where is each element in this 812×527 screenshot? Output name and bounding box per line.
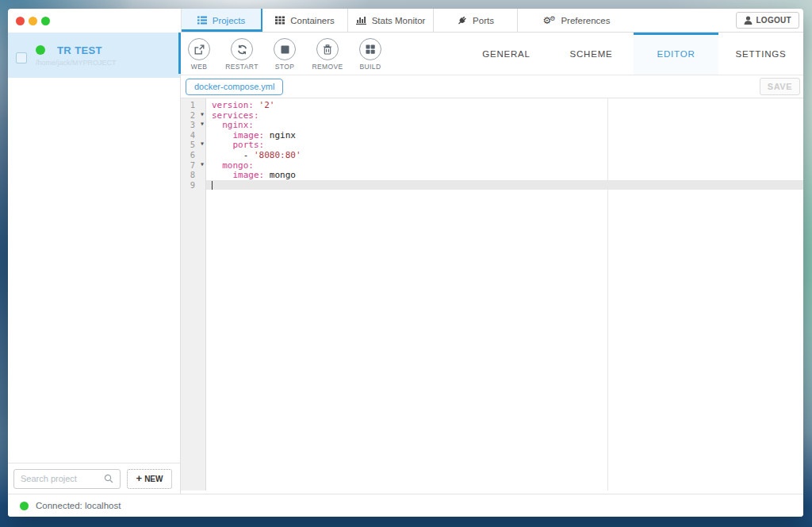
tool-label: BUILD (359, 63, 381, 71)
code-line-3[interactable]: nginx: (206, 120, 803, 130)
stop-button[interactable]: STOP (263, 33, 306, 75)
nav-tab-containers[interactable]: Containers (262, 9, 348, 32)
nav-tab-projects[interactable]: Projects (182, 9, 262, 32)
file-tab-bar: docker-compose.yml SAVE (181, 75, 803, 98)
project-list-item[interactable]: TR TEST /home/jack/MYPROJECT (8, 33, 180, 78)
fold-arrow-icon: ▾ (200, 160, 205, 168)
stop-icon (281, 45, 289, 54)
project-checkbox[interactable] (16, 52, 27, 63)
project-toolbar: WEB RESTART STOP (178, 33, 392, 75)
project-action-bar: WEB RESTART STOP (181, 33, 803, 75)
editor-ruler (607, 98, 608, 490)
fold-arrow-icon: ▾ (200, 110, 205, 118)
tab-scheme[interactable]: SCHEME (549, 33, 634, 75)
logout-button[interactable]: LOGOUT (736, 12, 799, 29)
stats-icon (356, 16, 366, 25)
nav-tab-preferences[interactable]: ⚙⚙ Preferences (518, 9, 635, 32)
new-project-label: NEW (144, 475, 163, 483)
save-button[interactable]: SAVE (760, 78, 800, 95)
project-path: /home/jack/MYPROJECT (36, 59, 117, 67)
nav-tab-label: Preferences (561, 16, 610, 25)
tool-label: WEB (191, 63, 208, 71)
nav-tab-label: Containers (290, 16, 335, 25)
new-project-button[interactable]: + NEW (127, 469, 172, 489)
restart-button[interactable]: RESTART (220, 33, 263, 75)
tab-general[interactable]: GENERAL (464, 33, 549, 75)
file-tab-docker-compose[interactable]: docker-compose.yml (186, 79, 283, 95)
external-link-icon (194, 44, 205, 55)
code-line-9[interactable] (206, 180, 803, 190)
gutter-line-5[interactable]: 5▾ (181, 140, 205, 150)
fold-arrow-icon: ▾ (200, 139, 205, 148)
nav-tab-label: Stats Monitor (372, 16, 426, 25)
editor-code[interactable]: version: '2'services: nginx: image: ngin… (206, 98, 803, 490)
web-button[interactable]: WEB (178, 33, 220, 75)
gutter-line-8: 8 (181, 170, 205, 180)
sidebar-footer: Search project + NEW (8, 463, 180, 494)
connection-status-dot (20, 502, 29, 510)
search-icon (104, 474, 113, 483)
editor-gutter: 12▾3▾45▾67▾89 (181, 98, 206, 490)
project-name: TR TEST (57, 44, 102, 56)
containers-icon (275, 16, 285, 25)
main-nav: Projects Containers Stats Monitor Ports (181, 9, 803, 33)
app-window: Projects Containers Stats Monitor Ports (8, 9, 803, 517)
search-project-input[interactable]: Search project (13, 469, 121, 489)
code-line-6[interactable]: - '8080:80' (206, 150, 803, 160)
minimize-window-button[interactable] (29, 17, 37, 25)
code-line-8[interactable]: image: mongo (206, 170, 803, 180)
ports-icon (457, 16, 467, 25)
window-header: Projects Containers Stats Monitor Ports (8, 9, 803, 33)
gutter-line-3[interactable]: 3▾ (181, 120, 205, 130)
connection-status-text: Connected: localhost (36, 501, 121, 510)
fold-arrow-icon: ▾ (200, 119, 205, 128)
grid-icon (366, 44, 375, 54)
text-cursor (212, 181, 213, 190)
code-line-5[interactable]: ports: (206, 140, 803, 150)
window-titlebar (8, 9, 181, 33)
close-window-button[interactable] (16, 17, 25, 25)
code-line-2[interactable]: services: (206, 110, 803, 121)
tab-editor[interactable]: EDITOR (634, 33, 718, 75)
tool-label: REMOVE (312, 63, 343, 71)
nav-tab-label: Ports (473, 16, 494, 25)
refresh-icon (237, 44, 247, 55)
tab-settings[interactable]: SETTINGS (718, 33, 803, 75)
project-status-dot (36, 45, 45, 55)
nav-tab-stats-monitor[interactable]: Stats Monitor (348, 9, 434, 32)
maximize-window-button[interactable] (41, 17, 50, 25)
preferences-icon: ⚙⚙ (543, 16, 556, 25)
gutter-line-9: 9 (181, 180, 205, 190)
tool-label: RESTART (225, 63, 259, 71)
remove-button[interactable]: REMOVE (306, 33, 349, 75)
code-line-1[interactable]: version: '2' (206, 100, 803, 110)
gutter-line-7[interactable]: 7▾ (181, 160, 205, 171)
nav-tab-ports[interactable]: Ports (434, 9, 518, 32)
panel-tabs: GENERAL SCHEME EDITOR SETTINGS (464, 33, 803, 75)
code-line-4[interactable]: image: nginx (206, 130, 803, 140)
search-placeholder: Search project (21, 474, 77, 483)
status-bar: Connected: localhost (8, 494, 803, 517)
project-sidebar: TR TEST /home/jack/MYPROJECT Search proj… (8, 33, 181, 494)
logout-label: LOGOUT (756, 16, 791, 25)
tool-label: STOP (275, 63, 295, 71)
user-icon (744, 16, 753, 25)
nav-tab-label: Projects (213, 16, 246, 25)
plus-icon: + (136, 472, 143, 484)
code-editor[interactable]: 12▾3▾45▾67▾89 version: '2'services: ngin… (181, 98, 803, 494)
trash-icon (323, 44, 332, 55)
projects-icon (197, 16, 207, 25)
build-button[interactable]: BUILD (349, 33, 392, 75)
code-line-7[interactable]: mongo: (206, 160, 803, 171)
